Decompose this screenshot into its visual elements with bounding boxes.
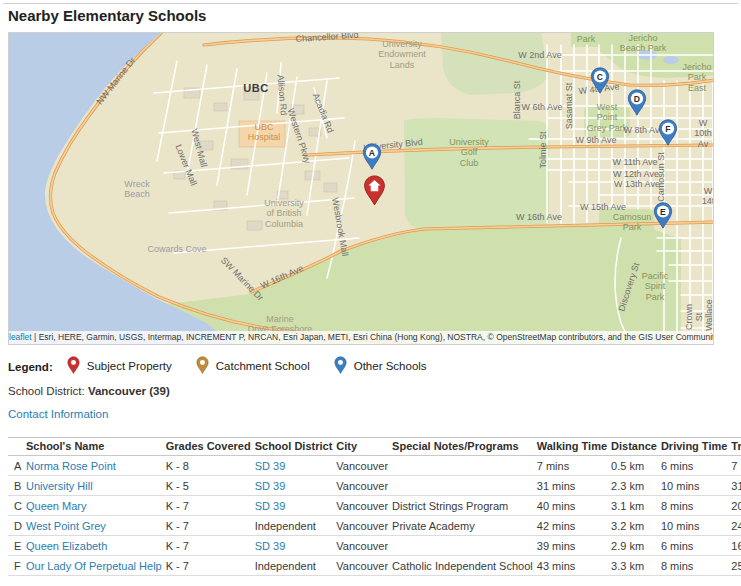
transit-cell: 7 mins (731, 456, 741, 476)
city-cell: Vancouver (336, 456, 392, 476)
row-letter: F (8, 556, 26, 576)
other-pin-icon (334, 356, 347, 375)
legend-items: Subject Property Catchment School Other … (67, 356, 451, 377)
top-divider (3, 3, 738, 4)
column-header: Walking Time (537, 438, 611, 456)
district-link[interactable]: SD 39 (255, 500, 286, 512)
walking-cell: 31 mins (537, 476, 611, 496)
district-cell: SD 39 (255, 496, 337, 516)
district-text: Independent (255, 560, 316, 572)
school-pin-C: C (590, 67, 610, 95)
row-letter: C (8, 496, 26, 516)
notes-cell (392, 476, 537, 496)
table-row-D: DWest Point GreyK - 7IndependentVancouve… (8, 516, 741, 536)
map-pin-A[interactable]: A (362, 143, 382, 175)
svg-text:F: F (665, 124, 670, 134)
school-name-link[interactable]: Queen Mary (26, 500, 87, 512)
city-cell: Vancouver (336, 536, 392, 556)
walking-cell: 40 mins (537, 496, 611, 516)
district-link[interactable]: SD 39 (255, 460, 286, 472)
row-letter: D (8, 516, 26, 536)
city-cell: Vancouver (336, 476, 392, 496)
distance-cell: 0.5 km (611, 456, 661, 476)
driving-cell: 8 mins (661, 556, 731, 576)
map-pin-F[interactable]: F (658, 119, 678, 151)
legend-item-label: Catchment School (216, 360, 310, 372)
driving-cell: 6 mins (661, 536, 731, 556)
district-link[interactable]: SD 39 (255, 540, 286, 552)
notes-cell: Private Academy (392, 516, 537, 536)
district-cell: Independent (255, 516, 337, 536)
notes-cell (392, 456, 537, 476)
map-pin-E[interactable]: E (653, 202, 673, 234)
legend-item-other: Other Schools (334, 356, 427, 375)
attribution-credits: Esri, HERE, Garmin, USGS, Intermap, INCR… (39, 332, 713, 342)
column-header: Driving Time (661, 438, 731, 456)
grades-cell: K - 8 (166, 456, 255, 476)
grades-cell: K - 7 (166, 536, 255, 556)
column-header: Distance (611, 438, 661, 456)
column-header: School's Name (26, 438, 166, 456)
driving-cell: 6 mins (661, 456, 731, 476)
column-header: School District (255, 438, 337, 456)
legend-heading: Legend: (8, 361, 53, 373)
school-name-link[interactable]: Queen Elizabeth (26, 540, 107, 552)
subject-pin-icon (67, 356, 80, 375)
transit-cell: 31 mins (731, 476, 741, 496)
walking-cell: 7 mins (537, 456, 611, 476)
notes-cell: Catholic Independent School (392, 556, 537, 576)
table-row-A: ANorma Rose PointK - 8SD 39Vancouver7 mi… (8, 456, 741, 476)
map-pin-C[interactable]: C (590, 67, 610, 99)
school-pin-A: A (362, 143, 382, 171)
table-row-E: EQueen ElizabethK - 7SD 39Vancouver39 mi… (8, 536, 741, 556)
distance-cell: 2.9 km (611, 536, 661, 556)
catchment-pin-icon (196, 356, 209, 375)
legend-item-subject: Subject Property (67, 356, 172, 375)
svg-text:A: A (369, 148, 375, 158)
school-district-value: Vancouver (39) (88, 385, 170, 397)
map-pin-D[interactable]: D (627, 89, 647, 121)
row-letter: A (8, 456, 26, 476)
svg-text:E: E (660, 207, 666, 217)
walking-cell: 39 mins (537, 536, 611, 556)
legend-item-label: Subject Property (87, 360, 172, 372)
column-header: Grades Covered (166, 438, 255, 456)
subject-property-pin (363, 175, 386, 207)
grades-cell: K - 7 (166, 496, 255, 516)
city-cell: Vancouver (336, 516, 392, 536)
svg-text:D: D (634, 94, 640, 104)
school-pin-E: E (653, 202, 673, 230)
leaflet-link[interactable]: leaflet (9, 332, 32, 342)
contact-information-link[interactable]: Contact Information (8, 408, 108, 420)
table-row-B: BUniversity HillK - 5SD 39Vancouver31 mi… (8, 476, 741, 496)
table-row-F: FOur Lady Of Perpetual HelpK - 7Independ… (8, 556, 741, 576)
transit-cell: 24 mins (731, 516, 741, 536)
page-title: Nearby Elementary Schools (8, 7, 206, 24)
school-name-link[interactable]: University Hill (26, 480, 93, 492)
distance-cell: 3.1 km (611, 496, 661, 516)
school-name-link[interactable]: Our Lady Of Perpetual Help (26, 560, 162, 572)
district-cell: SD 39 (255, 476, 337, 496)
grades-cell: K - 5 (166, 476, 255, 496)
table-body: ANorma Rose PointK - 8SD 39Vancouver7 mi… (8, 456, 741, 576)
column-header-letter (8, 438, 26, 456)
grades-cell: K - 7 (166, 516, 255, 536)
district-link[interactable]: SD 39 (255, 480, 286, 492)
district-cell: SD 39 (255, 536, 337, 556)
walking-cell: 43 mins (537, 556, 611, 576)
table-header: School's NameGrades CoveredSchool Distri… (8, 438, 741, 456)
school-district-label: School District: (8, 385, 85, 397)
column-header: Special Notes/Programs (392, 438, 537, 456)
nearby-elementary-schools-page: Nearby Elementary Schools (0, 0, 741, 586)
district-text: Independent (255, 520, 316, 532)
attribution-separator: | (32, 332, 39, 342)
driving-cell: 10 mins (661, 516, 731, 536)
notes-cell (392, 536, 537, 556)
column-header: Transit Time (731, 438, 741, 456)
map-pin-subject[interactable] (363, 175, 386, 211)
map[interactable]: Chancellor BlvdNW Marine DrUBCAllison Rd… (8, 32, 714, 345)
school-pin-F: F (658, 119, 678, 147)
school-name-link[interactable]: West Point Grey (26, 520, 106, 532)
school-name-link[interactable]: Norma Rose Point (26, 460, 116, 472)
legend: Legend: Subject Property Catchment Schoo… (8, 356, 451, 377)
